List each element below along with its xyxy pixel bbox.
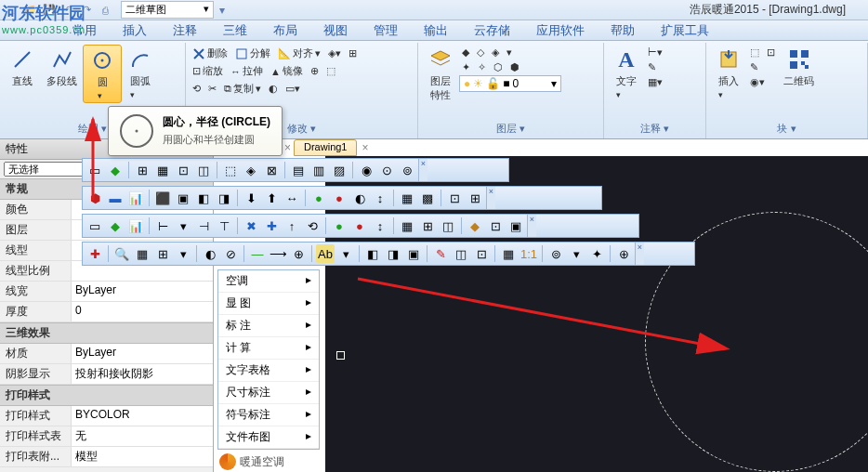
ts2-close[interactable]: × bbox=[486, 187, 495, 209]
ts3-b4[interactable]: ⊢ bbox=[153, 216, 172, 235]
ts4-b21[interactable]: ⊚ bbox=[546, 244, 565, 263]
ts1-b4[interactable]: ▦ bbox=[153, 161, 172, 179]
ts4-b6[interactable]: ◐ bbox=[201, 244, 219, 263]
ts1-b8[interactable]: ◈ bbox=[242, 161, 260, 179]
ts4-b8[interactable]: — bbox=[248, 244, 267, 263]
doc-tab-close-1[interactable]: × bbox=[282, 141, 294, 154]
mi-ac[interactable]: 空调▸ bbox=[218, 270, 319, 293]
ly5[interactable]: ✦ bbox=[459, 60, 473, 74]
tab-view[interactable]: 视图 bbox=[310, 20, 361, 41]
ts4-b4[interactable]: ⊞ bbox=[153, 244, 172, 263]
ts4-b16[interactable]: ✎ bbox=[431, 244, 450, 263]
ts1-b3[interactable]: ⊞ bbox=[133, 161, 151, 179]
tab-annotate[interactable]: 注释 bbox=[160, 20, 210, 41]
ts3-b14[interactable]: ↕ bbox=[371, 216, 389, 235]
ts2-b7[interactable]: ◨ bbox=[215, 189, 233, 207]
ts4-b18[interactable]: ⊡ bbox=[472, 244, 491, 263]
ts3-b8[interactable]: ✖ bbox=[242, 216, 260, 235]
ts3-b5[interactable]: ▾ bbox=[174, 216, 192, 235]
mi-calc[interactable]: 计 算▸ bbox=[218, 337, 319, 360]
bk4[interactable]: ◉▾ bbox=[747, 75, 768, 89]
mirror-button[interactable]: ▲镜像 bbox=[268, 63, 306, 79]
ts4-b19[interactable]: ▦ bbox=[499, 244, 518, 263]
ts1-b1[interactable]: ▭ bbox=[85, 161, 104, 179]
panel-annot-label[interactable]: 注释 ▾ bbox=[608, 121, 702, 137]
align-button[interactable]: 📐对齐 ▾ bbox=[275, 46, 323, 61]
tab-manage[interactable]: 管理 bbox=[361, 20, 411, 41]
ts2-b15[interactable]: ▦ bbox=[398, 189, 416, 207]
ts4-b2[interactable]: 🔍 bbox=[112, 244, 131, 263]
ts1-b6[interactable]: ◫ bbox=[194, 161, 213, 179]
ts4-b23[interactable]: ✦ bbox=[587, 244, 606, 263]
layer-combo[interactable]: ●☀🔓■ 0▾ bbox=[459, 75, 561, 92]
ts2-b18[interactable]: ⊞ bbox=[466, 189, 484, 207]
ts1-b9[interactable]: ⊠ bbox=[262, 161, 281, 179]
prop-plottable[interactable]: 无 bbox=[71, 426, 213, 446]
ly6[interactable]: ✧ bbox=[475, 60, 489, 74]
ts4-b12[interactable]: ▾ bbox=[336, 244, 355, 263]
ts2-b11[interactable]: ● bbox=[309, 189, 328, 207]
ts4-b9[interactable]: ⟶ bbox=[269, 244, 287, 263]
ts3-close[interactable]: × bbox=[527, 215, 536, 237]
ts3-b7[interactable]: ⊤ bbox=[215, 216, 233, 235]
ts2-b16[interactable]: ▩ bbox=[418, 189, 437, 207]
btn-m2[interactable]: ⊞ bbox=[346, 46, 360, 60]
an2[interactable]: ✎ bbox=[645, 60, 659, 74]
ts4-b7[interactable]: ⊘ bbox=[221, 244, 240, 263]
ts2-b8[interactable]: ⬇ bbox=[242, 189, 260, 207]
ts4-b22[interactable]: ▾ bbox=[567, 244, 585, 263]
prop-shadow[interactable]: 投射和接收阴影 bbox=[71, 364, 213, 384]
ts2-b17[interactable]: ⊡ bbox=[445, 189, 464, 207]
tab-apps[interactable]: 应用软件 bbox=[523, 20, 598, 41]
prop-plotstyle[interactable]: BYCOLOR bbox=[71, 406, 213, 426]
ts3-b10[interactable]: ↑ bbox=[283, 216, 301, 235]
ts1-b13[interactable]: ◉ bbox=[357, 161, 375, 179]
ts2-b9[interactable]: ⬆ bbox=[262, 189, 281, 207]
ts1-b5[interactable]: ⊡ bbox=[174, 161, 192, 179]
toolstrip-2[interactable]: ⬢▬📊 ⬛▣◧◨ ⬇⬆↔ ●●◐↕ ▦▩ ⊡⊞ × bbox=[82, 186, 602, 210]
ts4-b1[interactable]: ✚ bbox=[85, 244, 104, 263]
ts3-b3[interactable]: 📊 bbox=[126, 216, 145, 235]
mi-text[interactable]: 文字表格▸ bbox=[218, 360, 319, 382]
doc-tab-active[interactable]: Drawing1 bbox=[294, 139, 357, 156]
ts3-b11[interactable]: ⟲ bbox=[303, 216, 322, 235]
ts3-b1[interactable]: ▭ bbox=[85, 216, 104, 235]
panel-block-label[interactable]: 块 ▾ bbox=[710, 121, 863, 137]
ts2-b4[interactable]: ⬛ bbox=[153, 189, 172, 207]
prop-thickness[interactable]: 0 bbox=[71, 302, 213, 321]
qr-button[interactable]: 二维码 bbox=[778, 45, 820, 101]
ts2-b2[interactable]: ▬ bbox=[106, 189, 125, 207]
ts4-b3[interactable]: ▦ bbox=[133, 244, 151, 263]
ts2-b10[interactable]: ↔ bbox=[283, 189, 301, 207]
ts4-b11[interactable]: Ab bbox=[316, 244, 335, 263]
ly3[interactable]: ◈ bbox=[489, 46, 502, 59]
prop-plotattach[interactable]: 模型 bbox=[71, 447, 213, 466]
cat-3d[interactable]: 三维效果 bbox=[0, 322, 213, 344]
ts4-close[interactable]: × bbox=[635, 243, 644, 265]
workspace-preset-dropdown[interactable]: 二维草图▾ bbox=[121, 1, 214, 19]
btn-m8[interactable]: ▭▾ bbox=[283, 82, 303, 96]
ts1-b2[interactable]: ◆ bbox=[106, 161, 125, 179]
ts4-b5[interactable]: ▾ bbox=[174, 244, 192, 263]
polyline-button[interactable]: 多段线 bbox=[41, 45, 83, 103]
bk1[interactable]: ⬚ bbox=[747, 46, 762, 59]
btn-m5[interactable]: ⟲ bbox=[190, 82, 204, 96]
ts4-b10[interactable]: ⊕ bbox=[289, 244, 308, 263]
ts2-b1[interactable]: ⬢ bbox=[85, 189, 104, 207]
ts3-b18[interactable]: ◆ bbox=[466, 216, 484, 235]
doc-tab-close-2[interactable]: × bbox=[359, 141, 371, 154]
ts2-b5[interactable]: ▣ bbox=[174, 189, 192, 207]
ts3-b20[interactable]: ▣ bbox=[506, 216, 525, 235]
ly1[interactable]: ◆ bbox=[459, 46, 472, 59]
ts1-b10[interactable]: ▤ bbox=[289, 161, 308, 179]
bk2[interactable]: ⊡ bbox=[764, 46, 778, 59]
ts3-b13[interactable]: ● bbox=[350, 216, 369, 235]
ts1-b15[interactable]: ⊚ bbox=[398, 161, 416, 179]
tab-output[interactable]: 输出 bbox=[411, 20, 461, 41]
ly4[interactable]: ▾ bbox=[504, 46, 515, 59]
btn-m3[interactable]: ⊕ bbox=[308, 64, 322, 78]
arc-button[interactable]: 圆弧▾ bbox=[122, 45, 159, 103]
toolstrip-1[interactable]: ▭◆ ⊞▦⊡◫ ⬚◈⊠ ▤▥▨ ◉⊙⊚ × bbox=[82, 158, 509, 182]
ts2-b14[interactable]: ↕ bbox=[371, 189, 389, 207]
ly7[interactable]: ⬡ bbox=[491, 60, 506, 74]
